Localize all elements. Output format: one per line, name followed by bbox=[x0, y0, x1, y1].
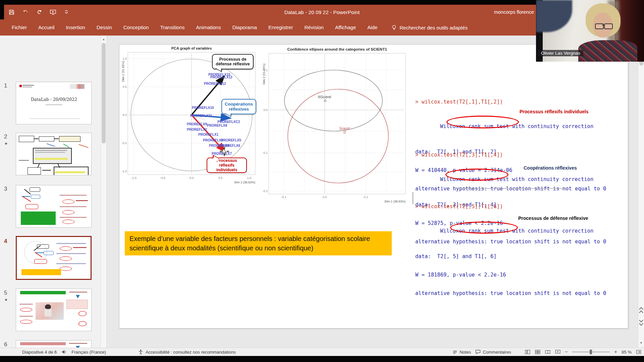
slide-thumbnail-6[interactable]: ✕ bbox=[16, 340, 92, 348]
scrollbar-thumb[interactable] bbox=[102, 43, 106, 143]
corner-notch bbox=[0, 5, 4, 19]
zoom-slider-handle[interactable] bbox=[590, 350, 592, 354]
tab-diaporama[interactable]: Diaporama bbox=[227, 19, 263, 36]
svg-text:1.0: 1.0 bbox=[122, 57, 127, 60]
zoom-level[interactable]: 85 % bbox=[622, 350, 632, 355]
zoom-out-button[interactable]: − bbox=[565, 349, 568, 355]
tab-revision[interactable]: Révision bbox=[299, 19, 329, 36]
sketch-red-oval bbox=[60, 266, 72, 271]
notes-button[interactable]: Notes bbox=[452, 350, 471, 355]
person-body bbox=[578, 40, 637, 62]
sketch-person bbox=[45, 304, 51, 309]
thumb-number-1: 1 bbox=[4, 82, 13, 89]
thumb-number-2: 2 bbox=[4, 133, 13, 140]
sketch-red-oval bbox=[20, 320, 32, 324]
account-name[interactable]: moncorps florence bbox=[494, 5, 534, 19]
narration-audio-icon[interactable] bbox=[61, 350, 67, 354]
thumb-number-5: 5 bbox=[4, 290, 13, 296]
callout-cooperation-label: Coopérations réflexives bbox=[223, 102, 255, 112]
svg-text:-0.1: -0.1 bbox=[262, 151, 268, 155]
slide-thumbnail-5[interactable] bbox=[16, 289, 92, 331]
note-cooperation: Coopérations réflexives bbox=[524, 165, 577, 171]
sketch-green-box bbox=[21, 212, 56, 225]
comments-icon bbox=[475, 350, 481, 354]
zoom-in-button[interactable]: + bbox=[614, 349, 617, 355]
tell-me-search[interactable]: Rechercher des outils adaptés bbox=[392, 24, 468, 31]
pca-var-label: PROREFLX10 bbox=[192, 106, 214, 110]
ellipses-ylabel: Dim 2 (31.65%) bbox=[262, 64, 266, 85]
r-test-title: Wilcoxon rank sum test with continuity c… bbox=[415, 176, 606, 183]
slide-sorter-view-icon[interactable] bbox=[535, 350, 540, 354]
glasses-left-lens bbox=[595, 23, 604, 29]
pca-var-label: PROREFLX8 bbox=[207, 124, 227, 127]
normal-view-icon[interactable] bbox=[525, 350, 530, 354]
sketch-callout-black bbox=[30, 187, 40, 192]
slideshow-view-icon[interactable] bbox=[555, 350, 560, 354]
sketch-partner-logos bbox=[70, 84, 85, 89]
callout-individual[interactable]: Processus réflexifs individuels bbox=[207, 158, 247, 173]
thumbnail-scrollbar[interactable]: ▲ bbox=[101, 36, 107, 348]
pca-var-label: PROREFLX2 bbox=[187, 128, 207, 131]
zoom-slider[interactable] bbox=[572, 352, 610, 352]
sketch-text-line bbox=[69, 292, 87, 293]
glasses-bridge bbox=[602, 25, 604, 25]
scroll-up-arrow[interactable]: ▲ bbox=[101, 38, 106, 41]
tab-affichage[interactable]: Affichage bbox=[329, 19, 362, 36]
sketch-text-line bbox=[73, 247, 87, 248]
tab-conception[interactable]: Conception bbox=[118, 19, 155, 36]
participant-name-tag: Olivier Las Vergnas bbox=[538, 50, 583, 56]
svg-text:1.0: 1.0 bbox=[247, 176, 252, 180]
next-slide-button[interactable] bbox=[638, 319, 644, 325]
highlighted-textbox[interactable]: Exemple d’une variable des facteurs pers… bbox=[125, 231, 392, 255]
sketch-arrow bbox=[54, 138, 59, 139]
svg-text:0.0: 0.0 bbox=[122, 113, 127, 117]
sketch-red-oval bbox=[60, 256, 72, 261]
pca-var-label: PROREFLX12 bbox=[204, 82, 226, 85]
tab-aide[interactable]: Aide bbox=[362, 19, 383, 36]
sketch-line bbox=[35, 152, 65, 153]
svg-text:0.5: 0.5 bbox=[218, 176, 223, 180]
slide-thumbnail-3[interactable] bbox=[16, 185, 92, 228]
pca-var-label: PROREFLX1 bbox=[198, 133, 218, 136]
sketch-logo-text bbox=[22, 85, 34, 86]
pca-xlabel: Dim 1 (38.53%) bbox=[234, 181, 255, 184]
sketch-callout-red bbox=[25, 204, 38, 209]
r-p-value: p-value < 2.2e-16 bbox=[453, 272, 506, 278]
chevron-up-icon bbox=[639, 310, 643, 315]
slide-thumbnail-4-selected[interactable] bbox=[16, 236, 92, 280]
tab-accueil[interactable]: Accueil bbox=[33, 19, 60, 36]
accessibility-status[interactable]: Accessibilité : consultez nos recommanda… bbox=[138, 349, 236, 355]
confidence-ellipses-chart[interactable]: Confidence ellipses around the categorie… bbox=[262, 47, 413, 205]
rconsole-block-3[interactable]: > wilcox.test(T2[,5],T1[,6]) Wilcoxon ra… bbox=[415, 191, 606, 309]
slide-thumbnail-2[interactable] bbox=[16, 133, 92, 175]
sketch-box bbox=[28, 167, 41, 175]
tab-dessin[interactable]: Dessin bbox=[91, 19, 118, 36]
slide-area-scrollbar[interactable]: ▲ ▼ bbox=[638, 36, 644, 348]
fit-slide-to-window-icon[interactable] bbox=[636, 350, 641, 354]
svg-text:-1.0: -1.0 bbox=[121, 170, 127, 173]
sketch-text-line bbox=[76, 200, 88, 201]
tab-insertion[interactable]: Insertion bbox=[60, 19, 91, 36]
callout-defense[interactable]: Processus de défense réflexive bbox=[212, 54, 254, 69]
pca-xticks: -1.0 -0.5 0.0 0.5 1.0 bbox=[131, 176, 251, 180]
sketch-highlight-line bbox=[35, 158, 68, 160]
r-command: > wilcox.test(T2[,5],T1[,6]) bbox=[415, 203, 606, 210]
callout-cooperation[interactable]: Coopérations réflexives bbox=[221, 99, 256, 114]
sketch-line bbox=[19, 160, 29, 161]
slide-canvas[interactable]: PCA graph of variables Dim 2 (31.65%) 1.… bbox=[119, 44, 628, 328]
tab-transitions[interactable]: Transitions bbox=[155, 19, 191, 36]
svg-text:0.0: 0.0 bbox=[263, 108, 268, 112]
thumb1-title: DataLab - 20/09/2022 bbox=[16, 97, 92, 102]
status-bar: Diapositive 4 de 6 Français (France) Acc… bbox=[0, 348, 644, 356]
reading-view-icon[interactable] bbox=[545, 350, 550, 354]
ellipses-xticks: -0.1 0.0 0.1 bbox=[281, 195, 368, 199]
slide-thumbnail-1[interactable]: DataLab - 20/09/2022 bbox=[16, 82, 92, 124]
comments-button[interactable]: Commentaires bbox=[475, 350, 511, 355]
language-status[interactable]: Français (France) bbox=[71, 350, 106, 355]
tab-enregistrer[interactable]: Enregistrer bbox=[263, 19, 299, 36]
tab-fichier[interactable]: Fichier bbox=[6, 19, 33, 36]
ellipses-yticks: 0.1 0.0 -0.1 -0.2 bbox=[262, 68, 268, 193]
previous-slide-button[interactable] bbox=[638, 308, 644, 314]
tab-animations[interactable]: Animations bbox=[190, 19, 226, 36]
scroll-down-arrow[interactable]: ▼ bbox=[638, 341, 644, 345]
